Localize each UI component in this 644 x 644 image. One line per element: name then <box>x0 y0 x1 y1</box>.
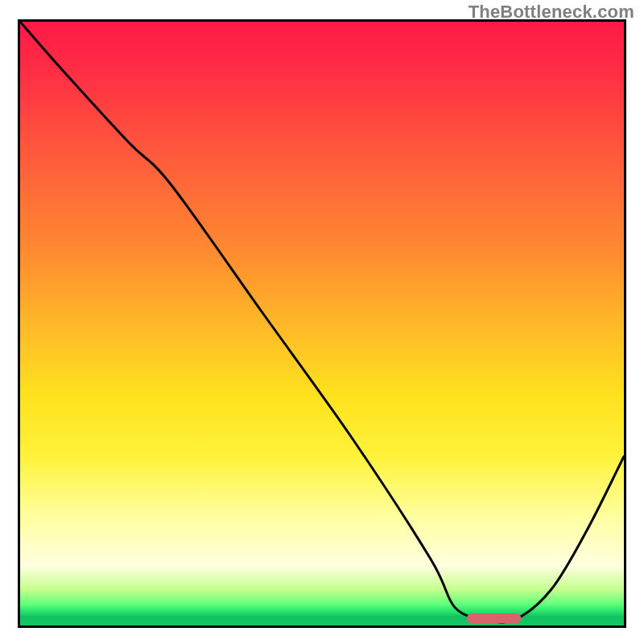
chart-stage: TheBottleneck.com <box>0 0 644 644</box>
plot-frame <box>18 19 626 628</box>
bottleneck-curve <box>20 22 624 622</box>
line-overlay <box>20 22 624 625</box>
optimal-marker <box>467 613 522 623</box>
